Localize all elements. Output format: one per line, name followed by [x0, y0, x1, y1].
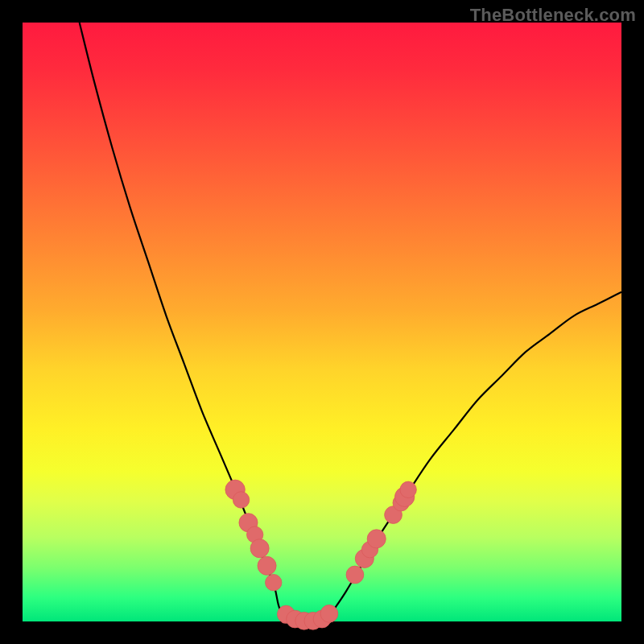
data-point [266, 574, 282, 590]
data-point [250, 539, 269, 558]
chart-frame: TheBottleneck.com [0, 0, 644, 644]
bottleneck-curve [80, 23, 621, 621]
data-point [346, 566, 364, 584]
curve-layer [80, 23, 621, 621]
data-point [233, 492, 249, 508]
data-point [258, 556, 276, 575]
watermark-text: TheBottleneck.com [470, 5, 636, 26]
data-point [367, 530, 386, 548]
dots-layer [225, 480, 416, 630]
chart-svg [23, 23, 621, 621]
data-point [320, 605, 338, 622]
data-point [400, 481, 416, 497]
plot-area [23, 23, 621, 621]
